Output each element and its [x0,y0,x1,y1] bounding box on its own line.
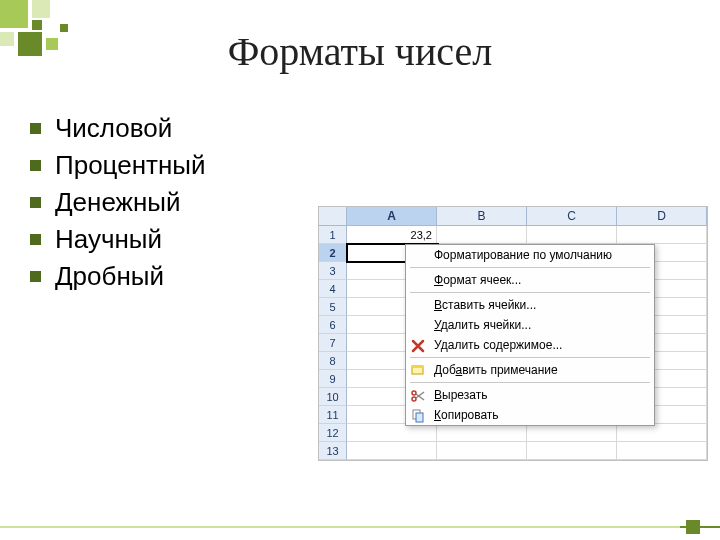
cell[interactable]: 23,2 [347,226,437,244]
deco-square [32,20,42,30]
copy-icon [410,408,426,424]
menu-cut[interactable]: Вырезать [406,385,654,405]
menu-separator [410,382,650,383]
column-header[interactable]: D [617,207,707,225]
list-item: Денежный [30,187,206,218]
menu-label: Вырезать [434,388,487,402]
bullet-icon [30,197,41,208]
row-header[interactable]: 5 [319,298,347,316]
cell[interactable] [437,424,527,442]
menu-label: Вставить ячейки... [434,298,536,312]
row-header[interactable]: 12 [319,424,347,442]
svg-point-3 [412,391,416,395]
cell[interactable] [617,226,707,244]
row-header[interactable]: 2 [319,244,347,262]
corner-cell[interactable] [319,207,347,225]
row-header[interactable]: 6 [319,316,347,334]
cell[interactable] [527,424,617,442]
row-header[interactable]: 4 [319,280,347,298]
menu-copy[interactable]: Копировать [406,405,654,425]
column-header[interactable]: B [437,207,527,225]
table-row: 13 [319,442,707,460]
menu-insert-cells[interactable]: Вставить ячейки... [406,295,654,315]
delete-icon [410,338,426,354]
bullet-icon [30,271,41,282]
cell[interactable] [617,442,707,460]
menu-delete-content[interactable]: Удалить содержимое... [406,335,654,355]
cell[interactable] [527,442,617,460]
deco-square [32,0,50,18]
menu-add-comment[interactable]: Добавить примечание [406,360,654,380]
list-item: Дробный [30,261,206,292]
bullet-icon [30,160,41,171]
footer-line [0,526,720,528]
list-item: Процентный [30,150,206,181]
bullet-text: Числовой [55,113,172,144]
context-menu: Форматирование по умолчанию Формат ячеек… [405,244,655,426]
menu-default-formatting[interactable]: Форматирование по умолчанию [406,245,654,265]
cell[interactable] [527,226,617,244]
row-header[interactable]: 10 [319,388,347,406]
cell[interactable] [347,442,437,460]
row-header[interactable]: 7 [319,334,347,352]
row-header[interactable]: 13 [319,442,347,460]
bullet-text: Научный [55,224,162,255]
row-header[interactable]: 8 [319,352,347,370]
row-header[interactable]: 11 [319,406,347,424]
scissors-icon [410,388,426,404]
row-header[interactable]: 3 [319,262,347,280]
cell[interactable] [437,442,527,460]
cell[interactable] [437,226,527,244]
menu-label: Добавить примечание [434,363,558,377]
menu-label: Формат ячеек... [434,273,521,287]
deco-square [18,32,42,56]
deco-square [0,0,28,28]
footer-square [686,520,700,534]
menu-label: Форматирование по умолчанию [434,248,612,262]
slide-decoration [0,0,140,80]
bullet-text: Дробный [55,261,164,292]
row-header[interactable]: 9 [319,370,347,388]
cell[interactable] [617,424,707,442]
table-row: 1 23,2 [319,226,707,244]
menu-separator [410,292,650,293]
comment-icon [410,363,426,379]
bullet-list: Числовой Процентный Денежный Научный Дро… [30,113,206,298]
column-header[interactable]: C [527,207,617,225]
cell[interactable] [347,424,437,442]
deco-square [46,38,58,50]
menu-label: Копировать [434,408,499,422]
menu-separator [410,267,650,268]
bullet-icon [30,234,41,245]
table-row: 12 [319,424,707,442]
deco-square [0,32,14,46]
menu-separator [410,357,650,358]
svg-rect-5 [416,413,423,422]
list-item: Научный [30,224,206,255]
column-header-row: A B C D [319,207,707,226]
menu-label: Удалить ячейки... [434,318,531,332]
svg-point-2 [412,397,416,401]
menu-cell-format[interactable]: Формат ячеек... [406,270,654,290]
svg-rect-1 [412,366,423,368]
menu-label: Удалить содержимое... [434,338,562,352]
row-header[interactable]: 1 [319,226,347,244]
list-item: Числовой [30,113,206,144]
deco-square [60,24,68,32]
menu-delete-cells[interactable]: Удалить ячейки... [406,315,654,335]
bullet-text: Процентный [55,150,206,181]
column-header[interactable]: A [347,207,437,225]
bullet-icon [30,123,41,134]
bullet-text: Денежный [55,187,181,218]
